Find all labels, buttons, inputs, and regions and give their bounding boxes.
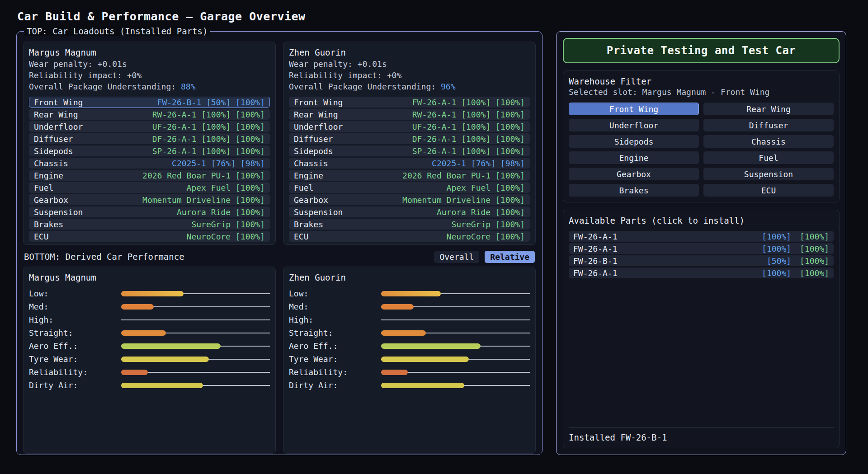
bar-label: High: [29,315,121,324]
performance-bar-row: Aero Eff.: [29,339,270,352]
part-slot-label: Chassis [34,159,68,168]
wear-penalty-label: Wear penalty: +0.01s [289,59,530,70]
loadouts-legend: TOP: Car Loadouts (Installed Parts) [24,26,210,36]
installed-part-row[interactable]: Chassis C2025-1 [76%] [98%] [289,158,530,169]
bar-label: Tyre Wear: [29,354,121,364]
installed-part-row[interactable]: Suspension Aurora Ride [100%] [29,206,270,217]
part-value: SP-26-A-1 [100%] [100%] [152,146,265,156]
available-part-row[interactable]: FW-26-B-1 [50%] [100%] [569,255,834,266]
filter-button-brakes[interactable]: Brakes [569,184,699,197]
part-value: 2026 Red Boar PU-1 [100%] [402,171,525,180]
package-understanding-line: Overall Package Understanding: 88% [29,82,270,93]
installed-part-row[interactable]: Diffuser DF-26-A-1 [100%] [100%] [289,133,530,144]
bar-label: Dirty Air: [29,380,121,390]
part-slot-label: Fuel [294,183,313,192]
filter-button-ecu[interactable]: ECU [703,184,834,197]
bar-fill [121,357,209,362]
bar-label: Straight: [29,328,121,338]
bar-track [381,330,530,336]
installed-part-row[interactable]: Front Wing FW-26-A-1 [100%] [100%] [289,97,530,108]
warehouse-filter-section: Warehouse Filter Selected slot: Margus M… [563,70,840,202]
installed-part-row[interactable]: Front Wing FW-26-B-1 [50%] [100%] [29,97,270,108]
filter-button-rear-wing[interactable]: Rear Wing [703,103,834,115]
package-understanding-line: Overall Package Understanding: 96% [289,82,530,93]
toggle-overall[interactable]: Overall [434,251,479,263]
performance-bar-row: Reliability: [29,366,270,379]
part-values: [100%] [100%] [762,232,829,241]
selected-slot-label: Selected slot: Margus Magnum - Front Win… [569,87,834,98]
filter-button-gearbox[interactable]: Gearbox [569,168,699,180]
bar-track [381,382,530,389]
install-status: Installed FW-26-B-1 [569,427,834,442]
bar-track [381,369,530,375]
performance-bar-row: Straight: [29,326,270,339]
toggle-relative[interactable]: Relative [485,251,535,263]
installed-part-row[interactable]: Rear Wing RW-26-A-1 [100%] [100%] [289,109,530,120]
bar-fill [381,304,414,310]
part-slot-label: Gearbox [34,195,68,205]
part-value: SureGrip [100%] [191,220,265,229]
performance-header-row: BOTTOM: Derived Car Performance Overall … [24,250,535,263]
garage-panel: TOP: Car Loadouts (Installed Parts) Marg… [16,31,542,455]
bar-track [381,356,530,362]
installed-part-row[interactable]: Underfloor UF-26-A-1 [100%] [100%] [289,121,530,132]
part-slot-label: Rear Wing [34,110,78,119]
installed-part-row[interactable]: Gearbox Momentum Driveline [100%] [29,194,270,205]
filter-button-suspension[interactable]: Suspension [703,168,834,180]
filter-button-chassis[interactable]: Chassis [703,135,834,148]
bar-label: Tyre Wear: [289,354,381,364]
understanding-value: 88% [181,82,196,91]
available-parts-section: Available Parts (click to install) FW-26… [563,210,840,448]
installed-part-row[interactable]: Diffuser DF-26-A-1 [100%] [100%] [29,133,270,144]
installed-part-row[interactable]: Suspension Aurora Ride [100%] [289,206,530,217]
reliability-impact-label: Reliability impact: +0% [29,70,270,82]
installed-part-row[interactable]: Engine 2026 Red Boar PU-1 [100%] [29,170,270,181]
filter-button-engine[interactable]: Engine [569,151,699,164]
filter-button-underfloor[interactable]: Underfloor [569,119,699,131]
filter-grid: Front Wing Rear Wing Underfloor Diffuser… [569,103,834,197]
part-code: FW-26-A-1 [573,268,618,278]
part-value: 2026 Red Boar PU-1 [100%] [142,171,265,180]
part-understanding: [100%] [795,244,829,253]
filter-button-front-wing[interactable]: Front Wing [569,103,699,115]
private-testing-header[interactable]: Private Testing and Test Car [563,38,840,63]
available-parts-list: FW-26-A-1 [100%] [100%] FW-26-A-1 [100%]… [569,231,834,278]
part-slot-label: Underfloor [34,122,83,131]
installed-part-row[interactable]: Underfloor UF-26-A-1 [100%] [100%] [29,121,270,132]
performance-card: Margus Magnum Low: Med: High: Straight: … [23,267,276,454]
installed-part-row[interactable]: Rear Wing RW-26-A-1 [100%] [100%] [29,109,270,120]
installed-part-row[interactable]: Brakes SureGrip [100%] [289,219,530,230]
performance-bar-row: Straight: [289,326,530,339]
performance-cards: Margus Magnum Low: Med: High: Straight: … [23,267,536,454]
installed-part-row[interactable]: Sidepods SP-26-A-1 [100%] [100%] [29,145,270,156]
part-slot-label: Sidepods [34,146,73,156]
part-value: C2025-1 [76%] [98%] [432,159,525,168]
installed-part-row[interactable]: ECU NeuroCore [100%] [289,231,530,242]
performance-bar-row: Low: [29,287,270,300]
part-value: DF-26-A-1 [100%] [100%] [412,134,525,144]
installed-part-row[interactable]: Engine 2026 Red Boar PU-1 [100%] [289,170,530,181]
installed-part-row[interactable]: Fuel Apex Fuel [100%] [289,182,530,193]
bar-track [121,382,270,389]
part-value: FW-26-A-1 [100%] [100%] [412,98,525,107]
filter-button-sidepods[interactable]: Sidepods [569,135,699,148]
bar-fill [381,357,469,362]
installed-part-row[interactable]: Sidepods SP-26-A-1 [100%] [100%] [289,145,530,156]
available-part-row[interactable]: FW-26-A-1 [100%] [100%] [569,231,834,242]
performance-bar-row: Dirty Air: [289,379,530,392]
installed-part-row[interactable]: ECU NeuroCore [100%] [29,231,270,242]
bar-label: Med: [29,302,121,311]
installed-part-row[interactable]: Gearbox Momentum Driveline [100%] [289,194,530,205]
part-value: Aurora Ride [100%] [437,207,525,217]
part-understanding: [100%] [795,268,829,278]
filter-button-fuel[interactable]: Fuel [703,151,834,164]
installed-parts-list: Front Wing FW-26-B-1 [50%] [100%] Rear W… [29,97,270,242]
available-part-row[interactable]: FW-26-A-1 [100%] [100%] [569,268,834,278]
installed-part-row[interactable]: Brakes SureGrip [100%] [29,219,270,230]
installed-part-row[interactable]: Chassis C2025-1 [76%] [98%] [29,158,270,169]
filter-button-diffuser[interactable]: Diffuser [703,119,834,131]
available-part-row[interactable]: FW-26-A-1 [100%] [100%] [569,243,834,254]
installed-part-row[interactable]: Fuel Apex Fuel [100%] [29,182,270,193]
part-slot-label: ECU [34,232,49,241]
part-value: Apex Fuel [100%] [447,183,525,192]
